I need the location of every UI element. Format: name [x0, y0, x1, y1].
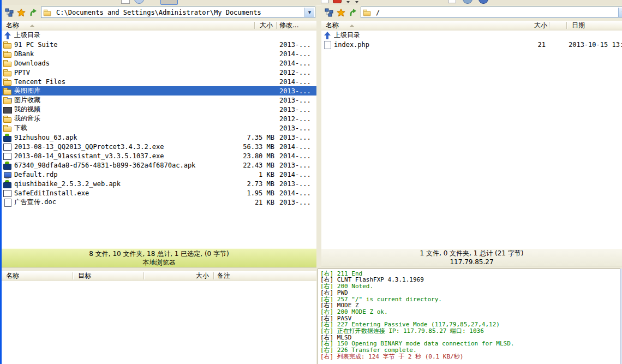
file-icon — [3, 96, 12, 105]
log-line: [右] 列表完成: 124 字节 于 2 秒 (0.1 KB/秒) — [320, 354, 622, 360]
file-row[interactable]: 下载 2013-... — [2, 123, 316, 133]
file-date: 2014-... — [279, 143, 316, 151]
file-icon — [3, 198, 12, 207]
queue-column-target[interactable]: 目标 — [78, 271, 91, 281]
file-name: 下载 — [14, 123, 230, 133]
remote-status-counts: 1 文件, 0 文件夹, 1 总计 (21 字节) — [321, 249, 622, 258]
file-icon — [323, 40, 332, 49]
site-tree-icon[interactable] — [324, 7, 334, 18]
file-row[interactable]: 我的音乐 2012-... — [2, 114, 316, 123]
file-size: 21 KB — [230, 199, 279, 206]
file-row[interactable]: index.php 21 2013-10-15 13:26 — [321, 40, 622, 49]
clipped-toolbar-icon[interactable] — [333, 0, 342, 3]
file-icon — [3, 180, 12, 188]
file-name: SafeEditInstall.exe — [14, 189, 230, 197]
file-size: 23.80 MB — [230, 152, 279, 160]
ftp-log-panel[interactable]: · ·· ·· · · ·· · ·· · ·· ··· · ·· · ··[右… — [318, 268, 622, 364]
file-date: 2014-... — [279, 59, 316, 67]
file-row[interactable]: 广告宣传.doc 21 KB 2013-... — [2, 198, 316, 207]
file-name: 67340_98dfa4a8-d756-4831-b899-362a4f6870… — [14, 162, 230, 169]
clipped-toolbar-icon[interactable] — [463, 0, 473, 4]
file-size: 21 — [498, 41, 569, 49]
go-up-arrow-icon[interactable] — [28, 7, 39, 18]
log-line: [右] 200 Noted. — [320, 283, 622, 290]
queue-column-note[interactable]: 备注 — [217, 271, 230, 281]
window-left-border — [0, 0, 2, 364]
file-row[interactable]: Tencent Files 2014-... — [2, 77, 316, 86]
go-up-arrow-icon[interactable] — [348, 7, 358, 18]
log-scrollbar[interactable] — [620, 268, 622, 364]
clipped-toolbar-pressed-button[interactable] — [160, 0, 178, 5]
file-row[interactable]: Default.rdp 1 KB 2014-... — [2, 170, 316, 179]
file-name: 上级目录 — [14, 31, 230, 40]
file-row[interactable]: 我的视频 2013-... — [2, 105, 316, 114]
column-name[interactable]: 名称 — [6, 21, 19, 30]
file-row[interactable]: qiushibaike_2.5.3.2_web.apk 2.73 MB 2013… — [2, 179, 316, 188]
favorites-star-icon[interactable] — [16, 7, 27, 18]
file-date: 2014-... — [279, 50, 316, 58]
file-row[interactable]: 2013-08-14_91assistant_v3.3.5.1037.exe 2… — [2, 151, 316, 160]
file-name: 我的视频 — [14, 105, 230, 114]
column-size[interactable]: 大小 — [254, 21, 273, 30]
local-file-list[interactable]: 上级目录 91 PC Suite 2013-... DBank 2014-...… — [2, 31, 316, 248]
combobox-dropdown-button[interactable]: ▼ — [618, 8, 622, 17]
file-name: 我的音乐 — [14, 114, 230, 123]
file-row[interactable]: 2013-08-13_QQ2013_QQProtcet3.4.3.2.exe 5… — [2, 142, 316, 151]
file-name: 上级目录 — [334, 31, 498, 40]
file-icon — [3, 133, 12, 142]
file-row[interactable]: 上级目录 — [2, 31, 316, 40]
column-name[interactable]: 名称 — [326, 21, 339, 30]
file-date: 2013-... — [279, 87, 316, 95]
file-date: 2012-... — [279, 115, 316, 123]
file-name: PPTV — [14, 69, 230, 76]
clipped-toolbar-icon[interactable] — [479, 0, 488, 4]
file-date: 2013-... — [279, 180, 316, 188]
remote-path-combobox[interactable]: / ▼ — [361, 7, 622, 18]
file-icon — [3, 170, 12, 179]
clipped-dropdown-arrow[interactable] — [346, 1, 350, 3]
site-tree-icon[interactable] — [4, 7, 15, 18]
remote-file-list[interactable]: 上级目录 index.php 21 2013-10-15 13:26 — [321, 31, 622, 248]
file-row[interactable]: PPTV 2012-... — [2, 68, 316, 77]
folder-icon — [44, 8, 51, 16]
local-status-counts: 8 文件, 10 文件夹, 18 总计, 1 已选定, (0 字节) — [2, 249, 316, 258]
file-date: 2014-... — [279, 171, 316, 178]
file-row[interactable]: 67340_98dfa4a8-d756-4831-b899-362a4f6870… — [2, 160, 316, 170]
combobox-dropdown-button[interactable]: ▼ — [304, 8, 314, 17]
file-row[interactable]: DBank 2014-... — [2, 49, 316, 58]
column-date[interactable]: 日期 — [572, 21, 585, 30]
file-row[interactable]: Downloads 2014-... — [2, 58, 316, 68]
file-row[interactable]: SafeEditInstall.exe 1.95 MB 2014-... — [2, 188, 316, 198]
file-name: 图片收藏 — [14, 96, 230, 105]
local-toolbar: C:\Documents and Settings\Administrator\… — [2, 5, 316, 20]
file-name: Default.rdp — [14, 171, 230, 178]
local-path-combobox[interactable]: C:\Documents and Settings\Administrator\… — [41, 7, 315, 18]
column-modified[interactable]: 修改... — [279, 21, 298, 30]
transfer-queue-list[interactable] — [2, 281, 316, 364]
clipped-toolbar-icon[interactable] — [121, 0, 130, 4]
clipped-toolbar-icon[interactable] — [321, 0, 329, 3]
local-path-value: C:\Documents and Settings\Administrator\… — [56, 9, 261, 16]
clipped-dropdown-arrow[interactable] — [355, 1, 358, 3]
sort-ascending-icon — [30, 25, 34, 27]
sort-ascending-icon — [350, 25, 354, 27]
column-size[interactable]: 大小 — [529, 21, 547, 30]
favorites-star-icon[interactable] — [336, 7, 346, 18]
local-status-label: 本地浏览器 — [2, 258, 316, 267]
queue-column-name[interactable]: 名称 — [6, 271, 19, 281]
file-icon — [3, 152, 12, 160]
file-row[interactable]: 91 PC Suite 2013-... — [2, 40, 316, 49]
file-icon — [3, 77, 12, 86]
file-row[interactable]: 上级目录 — [321, 31, 622, 40]
file-date: 2012-... — [279, 69, 316, 76]
clipped-toolbar-icon[interactable] — [134, 0, 144, 4]
file-icon — [3, 40, 12, 49]
file-row[interactable]: 图片收藏 2013-... — [2, 96, 316, 105]
file-icon — [3, 124, 12, 133]
clipped-toolbar-icon[interactable] — [448, 0, 456, 3]
file-row[interactable]: 91zhushou_63.apk 7.35 MB 2013-... — [2, 133, 316, 142]
queue-column-size[interactable]: 大小 — [190, 271, 209, 281]
file-icon — [3, 115, 12, 123]
file-row[interactable]: 美图图库 2013-... — [2, 86, 316, 96]
file-date: 2013-... — [279, 106, 316, 114]
